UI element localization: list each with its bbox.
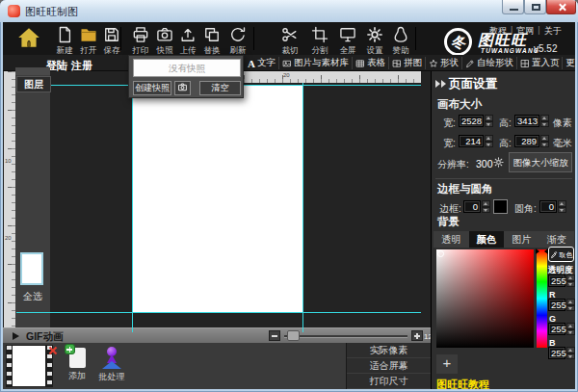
collapse-chevron-icon[interactable] (435, 80, 440, 88)
template-library-button[interactable] (8, 25, 50, 55)
print-size-button[interactable]: 打印尺寸 (347, 374, 431, 389)
add-document-icon (69, 348, 86, 368)
menu-label: 文字 (257, 57, 276, 69)
color-cursor[interactable] (437, 250, 444, 257)
saturation-value-picker[interactable] (436, 249, 534, 348)
collapse-chevron-icon[interactable] (441, 80, 446, 88)
eyedropper-icon (550, 250, 559, 259)
maximize-icon (532, 4, 540, 11)
app-body: 模板库 新建 打开 保存 打印 快照 上传 替换 (3, 22, 575, 389)
dpi-label: 分辨率: (437, 158, 469, 171)
toolbar-separator (415, 27, 416, 50)
zoom-slider-handle[interactable] (287, 330, 300, 341)
maximize-button[interactable] (524, 0, 546, 14)
add-frame-button[interactable]: 添加 (58, 346, 96, 382)
zoom-out-button[interactable] (269, 330, 280, 341)
text-a-icon: A (248, 58, 255, 69)
batch-process-button[interactable]: 批处理 (92, 346, 131, 383)
qq-penguin-icon (391, 25, 410, 44)
film-perforation (7, 346, 12, 386)
hue-marker-icon (536, 248, 539, 254)
red-input[interactable]: 255 (548, 299, 575, 311)
menu-item-freehand[interactable]: 自绘形状 (461, 57, 516, 69)
minimize-button[interactable] (502, 0, 524, 14)
clear-snapshot-button[interactable]: 清空 (199, 81, 241, 95)
snapshot-camera-button[interactable] (174, 81, 191, 95)
link-about[interactable]: 关于 (544, 25, 562, 38)
alpha-value: 255 (548, 274, 565, 287)
toolbar-button-refresh[interactable]: 刷新 (222, 25, 254, 55)
hue-marker-icon (544, 248, 548, 254)
radius-label: 圆角: (514, 202, 537, 216)
titlebar: 图旺旺制图 (0, 0, 578, 22)
width-px-input[interactable]: 2528 (459, 115, 493, 127)
tab-layers[interactable]: 图层 (16, 76, 51, 92)
green-input[interactable]: 255 (548, 323, 575, 335)
expand-triangle-icon[interactable] (13, 332, 19, 340)
blue-value: 255 (548, 347, 565, 359)
blue-input[interactable]: 255 (548, 347, 575, 359)
tutorial-link[interactable]: 图旺旺教程 (436, 378, 489, 389)
radius-value: 0 (539, 200, 557, 213)
actual-pixels-button[interactable]: 实际像素 (347, 343, 431, 358)
tab-image[interactable]: 图片 (504, 231, 539, 248)
tab-gradient[interactable]: 渐变 (539, 231, 575, 248)
layer-thumbnail[interactable] (20, 252, 43, 285)
corner-radius-input[interactable]: 0 (539, 200, 566, 213)
eyedropper-button[interactable]: 取色 (548, 247, 574, 262)
select-all-button[interactable]: 全选 (15, 290, 50, 303)
toolbar-button-donate[interactable]: 赞助 (384, 25, 417, 55)
spinner-arrows (558, 200, 566, 213)
panel-divider (435, 178, 572, 179)
toolbar-button-save[interactable]: 保存 (95, 25, 128, 55)
menu-item-images[interactable]: 图片与素材库 (278, 57, 352, 69)
menu-item-shapes[interactable]: 形状 (425, 57, 461, 69)
delete-frame-icon[interactable] (48, 346, 57, 354)
minus-icon (272, 335, 277, 337)
close-icon (558, 3, 566, 12)
spinner-arrows (566, 299, 575, 311)
menu-label: 拼图 (404, 57, 422, 69)
height-mm-input[interactable]: 289 (514, 135, 549, 147)
menu-item-text[interactable]: A 文字 (245, 57, 278, 69)
border-color-swatch[interactable] (493, 199, 508, 214)
background-heading: 背景 (437, 215, 460, 229)
refresh-icon (228, 25, 248, 44)
image-resize-button[interactable]: 图像大小缩放 (509, 152, 572, 172)
height-px-input[interactable]: 3413 (514, 115, 549, 127)
width-label: 宽: (443, 137, 456, 150)
plus-icon-bar (416, 333, 418, 339)
replace-icon (202, 25, 222, 44)
create-snapshot-button[interactable]: 创建快照 (133, 81, 171, 95)
zoom-slider-track[interactable] (284, 335, 407, 338)
toolbar-separator (120, 27, 121, 50)
dpi-gear-icon[interactable] (492, 156, 505, 169)
close-button[interactable] (546, 0, 576, 14)
border-width-value: 0 (463, 200, 481, 213)
batch-piece-icon (100, 347, 123, 369)
view-buttons: 实际像素 适合屏幕 打印尺寸 (346, 343, 431, 389)
menu-item-insert-page[interactable]: 置入页 (516, 57, 563, 69)
tab-transparent[interactable]: 透明 (434, 231, 469, 248)
tab-color[interactable]: 颜色 (469, 231, 505, 248)
alpha-input[interactable]: 255 (548, 274, 575, 287)
fit-screen-button[interactable]: 适合屏幕 (347, 358, 431, 374)
border-width-input[interactable]: 0 (463, 200, 490, 213)
width-mm-input[interactable]: 214 (459, 135, 493, 147)
plus-badge-icon (65, 344, 75, 354)
menu-item-more[interactable]: 更多 (562, 57, 575, 69)
spinner-arrows (566, 323, 575, 335)
menu-item-table[interactable]: 表格 (352, 57, 388, 69)
frame-thumbnail[interactable] (6, 345, 53, 387)
toolbar-button-cut[interactable]: 裁切 (274, 25, 306, 55)
green-value: 255 (548, 323, 565, 335)
zoom-in-button[interactable] (411, 330, 423, 341)
upload-icon (178, 25, 197, 44)
window-title: 图旺旺制图 (25, 5, 78, 19)
menu-item-collage[interactable]: 拼图 (388, 57, 425, 69)
height-mm-value: 289 (514, 135, 539, 147)
document-canvas[interactable] (133, 85, 302, 312)
gif-animation-label[interactable]: GIF动画 (26, 330, 64, 344)
hue-slider[interactable] (537, 249, 547, 348)
add-color-button[interactable]: + (436, 354, 458, 374)
